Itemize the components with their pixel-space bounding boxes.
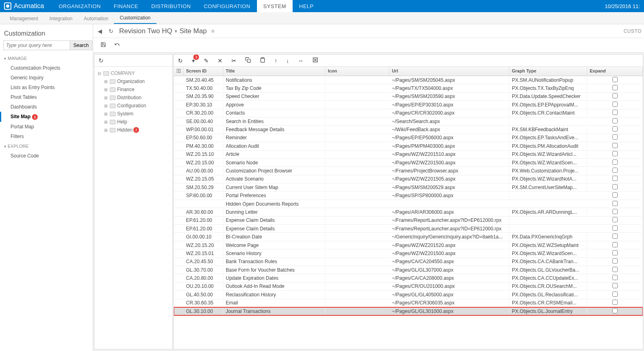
nav-item-lists-as-entry-points[interactable]: Lists as Entry Points [0, 83, 93, 92]
edit-icon[interactable]: ✎ [204, 57, 209, 64]
sub-nav-integration[interactable]: Integration [44, 13, 78, 24]
nav-item-customization-projects[interactable]: Customization Projects [0, 63, 93, 73]
search-input[interactable] [3, 40, 70, 50]
table-row[interactable]: WZ.20.15.20Welcome Page~/Pages/WZ/WZ2015… [174, 241, 643, 249]
expand-checkbox[interactable] [612, 267, 618, 272]
table-row[interactable]: WZ.20.15.10Article~/Pages/WZ/WZ201510.as… [174, 151, 643, 159]
expand-checkbox[interactable] [612, 308, 618, 313]
tree-node-finance[interactable]: ⊞Finance [96, 85, 171, 94]
table-row[interactable]: WZ.20.15.05Activate Scenario~/Pages/WZ/W… [174, 175, 643, 183]
table-row[interactable]: EP.61.20.00Expense Claim Details~/Frames… [174, 225, 643, 233]
expand-checkbox[interactable] [612, 118, 618, 123]
table-row[interactable]: CA.20.45.50Bank Transaction Rules~/Pages… [174, 258, 643, 266]
expand-checkbox[interactable] [612, 192, 618, 198]
sub-nav-automation[interactable]: Automation [78, 13, 114, 24]
tree-refresh-icon[interactable]: ↻ [98, 57, 104, 64]
table-row[interactable]: SM.20.50.29Current User Sitem Map~/Pages… [174, 183, 643, 191]
expand-checkbox[interactable] [612, 258, 618, 264]
table-row[interactable]: GL.40.50.00Reclassification History~/Pag… [174, 291, 643, 299]
expand-checkbox[interactable] [612, 143, 618, 148]
export-icon[interactable] [312, 57, 318, 64]
col-screen-id[interactable]: Screen ID [184, 67, 223, 76]
breadcrumb-company[interactable]: Revision Two HQ [119, 27, 172, 35]
sub-nav-management[interactable]: Management [4, 13, 44, 24]
nav-item-site-map[interactable]: Site Map1 [0, 112, 93, 122]
expand-checkbox[interactable] [612, 93, 618, 98]
main-nav-distribution[interactable]: DISTRIBUTION [145, 0, 197, 12]
table-row[interactable]: TX.50.40.00Tax By Zip Code~/Pages/TX/TX5… [174, 84, 643, 92]
tree-node-system[interactable]: ⊞System [96, 110, 171, 118]
table-row[interactable]: OU.20.10.00Outlook Add-In Read Mode~/Pag… [174, 283, 643, 291]
copy-icon[interactable] [245, 57, 251, 64]
col-url[interactable]: Url [389, 67, 509, 76]
sub-nav-customization[interactable]: Customization [114, 13, 156, 24]
tree-node-organization[interactable]: ⊞Organization [96, 77, 171, 85]
expand-checkbox[interactable] [612, 77, 618, 82]
nav-item-filters[interactable]: Filters [0, 132, 93, 141]
nav-section-explore[interactable]: EXPLORE [0, 141, 93, 151]
move-down-icon[interactable]: ↓ [286, 57, 289, 64]
expand-checkbox[interactable] [612, 160, 618, 165]
add-row-icon[interactable]: +3 [192, 57, 195, 64]
expand-checkbox[interactable] [612, 201, 618, 206]
expand-checkbox[interactable] [612, 250, 618, 255]
expand-checkbox[interactable] [612, 134, 618, 140]
table-row[interactable]: EP.50.60.00Reminder~/Pages/EP/EP506000.a… [174, 134, 643, 142]
save-icon[interactable] [101, 42, 106, 49]
column-selector[interactable] [174, 67, 184, 76]
expand-checkbox[interactable] [612, 217, 618, 222]
main-nav-help[interactable]: HELP [293, 0, 320, 12]
table-row[interactable]: GL.30.70.00Base Form for Voucher Batches… [174, 266, 643, 274]
expand-checkbox[interactable] [612, 275, 618, 280]
table-row[interactable]: WZ.20.15.00Scenario Node~/Pages/WZ/WZ201… [174, 159, 643, 167]
fit-width-icon[interactable]: ↔ [298, 57, 304, 64]
refresh-icon[interactable]: ↻ [107, 27, 115, 35]
nav-item-pivot-tables[interactable]: Pivot Tables [0, 92, 93, 102]
table-row[interactable]: PM.40.30.00Allocation Audit~/Pages/PM/PM… [174, 142, 643, 150]
table-row[interactable]: Hidden Open Documents Reports [174, 200, 643, 208]
tree-node-hidden[interactable]: ⊞Hidden2 [96, 126, 171, 134]
tree-node-configuration[interactable]: ⊞Configuration [96, 102, 171, 110]
expand-checkbox[interactable] [612, 225, 618, 231]
expand-checkbox[interactable] [612, 283, 618, 288]
nav-item-source-code[interactable]: Source Code [0, 151, 93, 161]
nav-item-portal-map[interactable]: Portal Map [0, 122, 93, 132]
tree-node-help[interactable]: ⊞Help [96, 118, 171, 126]
chevron-down-icon[interactable]: ▾ [175, 28, 177, 34]
expand-checkbox[interactable] [612, 300, 618, 305]
move-up-icon[interactable]: ↑ [274, 57, 277, 64]
paste-icon[interactable] [260, 57, 265, 64]
expand-checkbox[interactable] [612, 242, 618, 247]
tree-root[interactable]: ⊟COMPANY [96, 69, 171, 77]
undo-icon[interactable] [114, 42, 120, 49]
search-button[interactable]: Search [70, 40, 92, 50]
expand-checkbox[interactable] [612, 234, 618, 239]
table-row[interactable]: CA.20.80.00Update Expiration Dates~/Page… [174, 274, 643, 282]
main-nav-system[interactable]: SYSTEM [257, 0, 293, 12]
table-row[interactable]: SE.00.00.40Search in Entities~/Search/Se… [174, 117, 643, 126]
table-row[interactable]: AR.30.60.00Dunning Letter~/Pages/AR/AR30… [174, 208, 643, 216]
main-nav-configuration[interactable]: CONFIGURATION [197, 0, 257, 12]
table-row[interactable]: SP.80.00.00Portal Preferences~/Pages/SP/… [174, 191, 643, 200]
expand-checkbox[interactable] [612, 85, 618, 90]
expand-checkbox[interactable] [612, 209, 618, 214]
table-row[interactable]: AU.00.00.00Customization Project Browser… [174, 167, 643, 175]
collapse-left-icon[interactable]: ◀ [96, 27, 104, 35]
expand-checkbox[interactable] [612, 126, 618, 132]
table-row[interactable]: EP.30.30.10Approve~/Pages/EP/EP303010.as… [174, 101, 643, 109]
cut-icon[interactable]: ✂ [231, 57, 236, 64]
main-nav-organization[interactable]: ORGANIZATION [52, 0, 107, 12]
expand-checkbox[interactable] [612, 151, 618, 156]
col-icon[interactable]: Icon [325, 67, 389, 76]
expand-checkbox[interactable] [612, 102, 618, 107]
expand-checkbox[interactable] [612, 176, 618, 181]
col-graph-type[interactable]: Graph Type [509, 67, 587, 76]
expand-checkbox[interactable] [612, 184, 618, 189]
table-row[interactable]: CR.30.60.35Email~/Pages/CR/CR306035.aspx… [174, 299, 643, 307]
table-row[interactable]: SM.20.40.45Notifications~/Pages/SM/SM205… [174, 76, 643, 84]
nav-item-dashboards[interactable]: Dashboards [0, 102, 93, 112]
table-row[interactable]: WP.00.00.01Feedback Message Details~/Wik… [174, 126, 643, 134]
favorite-star-icon[interactable]: ★ [210, 27, 216, 35]
nav-item-generic-inquiry[interactable]: Generic Inquiry [0, 73, 93, 83]
table-row[interactable]: CR.30.20.00Contacts~/Pages/CR/CR302000.a… [174, 109, 643, 117]
